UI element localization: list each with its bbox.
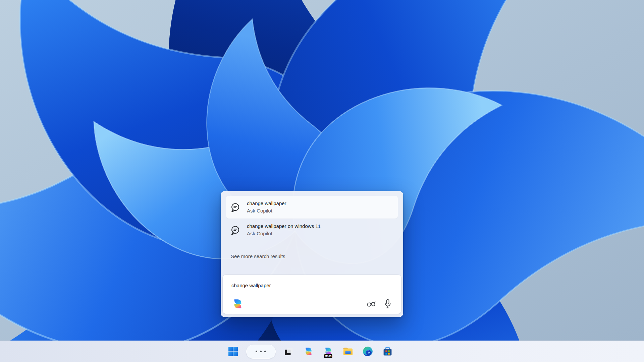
taskbar-search-pill[interactable] xyxy=(246,345,276,359)
taskbar: M365 xyxy=(0,341,644,362)
suggestion-subtitle: Ask Copilot xyxy=(247,207,286,215)
search-input[interactable]: change wallpaper xyxy=(231,282,272,289)
microphone-button[interactable] xyxy=(384,299,392,309)
search-box-actions xyxy=(367,299,392,309)
copilot-button[interactable] xyxy=(231,298,244,310)
m365-copilot-button[interactable]: M365 xyxy=(322,345,335,358)
search-input-value: change wallpaper xyxy=(231,283,271,288)
text-caret xyxy=(272,282,272,289)
copilot-app-icon xyxy=(303,346,314,357)
suggestion-title: change wallpaper xyxy=(247,200,286,207)
window-stack-button[interactable] xyxy=(282,345,296,358)
ellipsis-icon xyxy=(256,351,266,352)
copilot-app-button[interactable] xyxy=(302,345,315,358)
desktop-screen: change wallpaper Ask Copilot change wall… xyxy=(0,0,644,362)
suggestion-row-1[interactable]: change wallpaper Ask Copilot xyxy=(226,196,398,219)
see-more-search-results-link[interactable]: See more search results xyxy=(231,253,285,259)
edge-button[interactable] xyxy=(361,345,375,358)
chat-bubble-icon xyxy=(230,202,240,213)
microphone-icon xyxy=(384,299,392,309)
windows-start-icon xyxy=(228,346,238,357)
start-button[interactable] xyxy=(226,345,240,358)
file-explorer-button[interactable] xyxy=(341,345,355,358)
search-box: change wallpaper xyxy=(223,275,401,314)
chat-bubble-icon xyxy=(230,225,240,235)
suggestion-row-2[interactable]: change wallpaper on windows 11 Ask Copil… xyxy=(226,219,398,241)
m365-badge: M365 xyxy=(324,354,332,358)
taskbar-center-group: M365 xyxy=(226,345,394,359)
glasses-button[interactable] xyxy=(367,301,376,307)
microsoft-edge-icon xyxy=(363,346,373,357)
suggestion-title: change wallpaper on windows 11 xyxy=(247,223,321,230)
search-flyout: change wallpaper Ask Copilot change wall… xyxy=(221,191,403,317)
microsoft-store-icon xyxy=(382,346,393,357)
glasses-icon xyxy=(367,301,376,307)
window-stack-icon xyxy=(284,347,294,357)
copilot-logo-icon xyxy=(231,298,244,310)
file-explorer-icon xyxy=(342,346,354,357)
suggestion-subtitle: Ask Copilot xyxy=(247,230,321,237)
microsoft-store-button[interactable] xyxy=(381,345,394,358)
